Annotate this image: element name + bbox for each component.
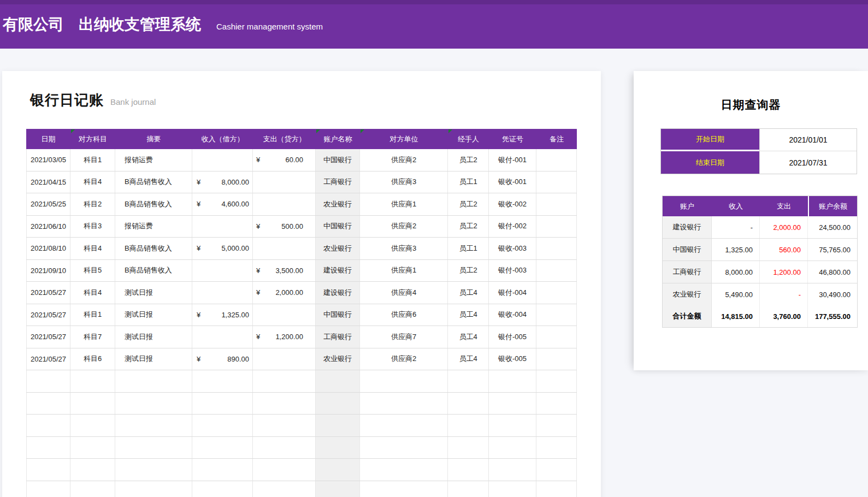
journal-cell-note[interactable]: [536, 393, 577, 415]
journal-cell-expense[interactable]: [253, 481, 316, 497]
journal-cell-account[interactable]: 中国银行: [316, 149, 360, 171]
journal-cell-date[interactable]: 2021/05/27: [26, 348, 70, 370]
journal-cell-expense[interactable]: [253, 370, 316, 392]
journal-cell-income[interactable]: [192, 415, 253, 436]
journal-cell-subject[interactable]: [70, 415, 115, 436]
journal-cell-handler[interactable]: 员工2: [448, 193, 489, 215]
journal-cell-income[interactable]: ¥5,000.00: [192, 238, 253, 259]
journal-cell-counterparty[interactable]: [360, 370, 448, 392]
journal-cell-summary[interactable]: B商品销售收入: [115, 171, 192, 193]
journal-cell-voucher[interactable]: 银付-002: [489, 216, 536, 238]
journal-cell-counterparty[interactable]: [360, 481, 448, 497]
journal-cell-voucher[interactable]: 银收-002: [489, 193, 536, 215]
journal-cell-expense[interactable]: ¥3,500.00: [253, 260, 316, 282]
journal-cell-counterparty[interactable]: 供应商2: [360, 149, 448, 171]
journal-cell-summary[interactable]: [115, 459, 192, 481]
journal-cell-summary[interactable]: B商品销售收入: [115, 193, 192, 215]
journal-cell-expense[interactable]: ¥500.00: [253, 216, 316, 238]
journal-cell-note[interactable]: [536, 260, 577, 282]
journal-cell-subject[interactable]: 科目4: [70, 238, 115, 259]
journal-cell-date[interactable]: 2021/05/25: [26, 193, 70, 215]
journal-cell-voucher[interactable]: [489, 481, 536, 497]
journal-cell-income[interactable]: ¥1,325.00: [192, 304, 253, 326]
journal-cell-counterparty[interactable]: 供应商3: [360, 171, 448, 193]
start-date-value[interactable]: 2021/01/01: [759, 129, 857, 151]
journal-cell-summary[interactable]: 报销运费: [115, 216, 192, 238]
journal-cell-note[interactable]: [536, 326, 577, 348]
journal-cell-subject[interactable]: 科目7: [70, 326, 115, 348]
journal-cell-date[interactable]: [26, 437, 70, 459]
journal-cell-account[interactable]: [316, 437, 360, 459]
journal-cell-voucher[interactable]: [489, 459, 536, 481]
journal-cell-income[interactable]: ¥8,000.00: [192, 171, 253, 193]
journal-cell-voucher[interactable]: 银付-005: [489, 326, 536, 348]
journal-cell-handler[interactable]: [448, 481, 489, 497]
journal-cell-note[interactable]: [536, 193, 577, 215]
journal-cell-expense[interactable]: [253, 171, 316, 193]
journal-cell-note[interactable]: [536, 149, 577, 171]
journal-cell-counterparty[interactable]: [360, 415, 448, 436]
journal-cell-income[interactable]: [192, 282, 253, 304]
journal-cell-subject[interactable]: 科目1: [70, 149, 115, 171]
journal-cell-account[interactable]: 工商银行: [316, 326, 360, 348]
journal-cell-date[interactable]: [26, 415, 70, 436]
journal-cell-date[interactable]: [26, 481, 70, 497]
journal-cell-voucher[interactable]: [489, 370, 536, 392]
journal-cell-counterparty[interactable]: [360, 393, 448, 415]
journal-cell-counterparty[interactable]: 供应商1: [360, 260, 448, 282]
journal-cell-note[interactable]: [536, 348, 577, 370]
journal-cell-subject[interactable]: 科目4: [70, 171, 115, 193]
journal-cell-expense[interactable]: ¥2,000.00: [253, 282, 316, 304]
journal-cell-subject[interactable]: [70, 459, 115, 481]
journal-cell-date[interactable]: 2021/04/15: [26, 171, 70, 193]
journal-cell-counterparty[interactable]: [360, 437, 448, 459]
journal-cell-summary[interactable]: [115, 481, 192, 497]
journal-cell-note[interactable]: [536, 282, 577, 304]
journal-cell-handler[interactable]: [448, 437, 489, 459]
journal-cell-counterparty[interactable]: 供应商4: [360, 282, 448, 304]
journal-cell-expense[interactable]: [253, 238, 316, 259]
journal-cell-income[interactable]: [192, 370, 253, 392]
journal-cell-subject[interactable]: 科目1: [70, 304, 115, 326]
journal-cell-summary[interactable]: [115, 370, 192, 392]
journal-cell-income[interactable]: ¥4,600.00: [192, 193, 253, 215]
journal-cell-note[interactable]: [536, 459, 577, 481]
end-date-value[interactable]: 2021/07/31: [759, 151, 857, 174]
journal-cell-income[interactable]: [192, 149, 253, 171]
journal-cell-note[interactable]: [536, 370, 577, 392]
journal-cell-expense[interactable]: [253, 415, 316, 436]
journal-cell-handler[interactable]: 员工2: [448, 260, 489, 282]
journal-cell-handler[interactable]: 员工2: [448, 149, 489, 171]
journal-cell-date[interactable]: [26, 370, 70, 392]
journal-cell-expense[interactable]: ¥1,200.00: [253, 326, 316, 348]
journal-cell-voucher[interactable]: 银收-003: [489, 238, 536, 259]
journal-cell-account[interactable]: [316, 415, 360, 436]
journal-cell-expense[interactable]: [253, 459, 316, 481]
journal-cell-account[interactable]: [316, 370, 360, 392]
journal-cell-note[interactable]: [536, 437, 577, 459]
journal-cell-subject[interactable]: [70, 393, 115, 415]
journal-cell-date[interactable]: 2021/05/27: [26, 282, 70, 304]
journal-cell-note[interactable]: [536, 238, 577, 259]
journal-cell-voucher[interactable]: 银付-001: [489, 149, 536, 171]
journal-cell-counterparty[interactable]: 供应商6: [360, 304, 448, 326]
journal-cell-counterparty[interactable]: 供应商2: [360, 348, 448, 370]
journal-cell-voucher[interactable]: 银收-004: [489, 304, 536, 326]
journal-cell-summary[interactable]: B商品销售收入: [115, 260, 192, 282]
journal-cell-income[interactable]: [192, 481, 253, 497]
journal-cell-subject[interactable]: 科目2: [70, 193, 115, 215]
journal-cell-summary[interactable]: [115, 415, 192, 436]
journal-cell-income[interactable]: [192, 260, 253, 282]
journal-cell-voucher[interactable]: 银收-005: [489, 348, 536, 370]
journal-cell-counterparty[interactable]: 供应商7: [360, 326, 448, 348]
journal-cell-summary[interactable]: 测试日报: [115, 348, 192, 370]
journal-cell-expense[interactable]: [253, 437, 316, 459]
journal-cell-summary[interactable]: 测试日报: [115, 304, 192, 326]
journal-cell-subject[interactable]: [70, 437, 115, 459]
journal-cell-expense[interactable]: [253, 393, 316, 415]
journal-cell-income[interactable]: [192, 393, 253, 415]
journal-cell-date[interactable]: 2021/08/10: [26, 238, 70, 259]
journal-cell-handler[interactable]: 员工2: [448, 216, 489, 238]
journal-cell-date[interactable]: 2021/06/10: [26, 216, 70, 238]
journal-cell-summary[interactable]: [115, 393, 192, 415]
